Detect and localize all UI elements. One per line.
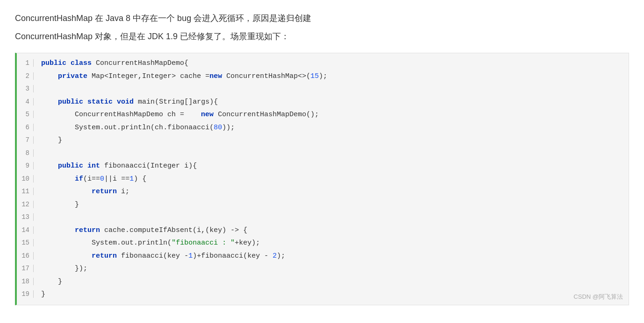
- code-line-13: 13: [17, 211, 629, 224]
- code-text: }: [41, 288, 45, 301]
- code-text: return i;: [41, 186, 129, 198]
- code-line-1: 1 public class ConcurrentHashMapDemo{: [17, 57, 629, 70]
- line-number: 12: [17, 201, 34, 208]
- line-number: 15: [17, 239, 34, 246]
- code-text: }: [41, 276, 62, 288]
- line-number: 18: [17, 278, 34, 285]
- code-line-4: 4 public static void main(String[]args){: [17, 96, 629, 109]
- code-text: public int fibonaacci(Integer i){: [41, 160, 197, 172]
- code-line-12: 12 }: [17, 198, 629, 211]
- code-text: }: [41, 199, 79, 211]
- code-text: private Map<Integer,Integer> cache =new …: [41, 70, 327, 83]
- line-number: 16: [17, 252, 34, 260]
- description-line2: ConcurrentHashMap 对象，但是在 JDK 1.9 已经修复了。场…: [15, 29, 629, 44]
- code-text: return fibonaacci(key -1)+fibonaacci(key…: [41, 250, 285, 262]
- line-number: 14: [17, 226, 34, 234]
- description-block: ConcurrentHashMap 在 Java 8 中存在一个 bug 会进入…: [15, 11, 629, 43]
- line-number: 17: [17, 265, 34, 272]
- description-line1: ConcurrentHashMap 在 Java 8 中存在一个 bug 会进入…: [15, 11, 629, 26]
- code-line-3: 3: [17, 83, 629, 96]
- code-line-7: 7 }: [17, 134, 629, 147]
- line-number: 9: [17, 162, 34, 169]
- code-line-16: 16 return fibonaacci(key -1)+fibonaacci(…: [17, 250, 629, 263]
- line-number: 3: [17, 85, 34, 92]
- line-number: 2: [17, 72, 34, 80]
- code-line-11: 11 return i;: [17, 185, 629, 198]
- line-number: 7: [17, 136, 34, 144]
- code-text: [41, 147, 45, 160]
- code-line-19: 19 }: [17, 288, 629, 301]
- code-text: return cache.computeIfAbsent(i,(key) -> …: [41, 225, 247, 237]
- code-line-6: 6 System.out.println(ch.fibonaacci(80));: [17, 121, 629, 134]
- code-text: });: [41, 263, 87, 275]
- code-text: public class ConcurrentHashMapDemo{: [41, 57, 188, 70]
- code-line-18: 18 }: [17, 275, 629, 288]
- code-line-9: 9 public int fibonaacci(Integer i){: [17, 160, 629, 173]
- code-line-15: 15 System.out.println("fibonaacci : "+ke…: [17, 237, 629, 250]
- code-line-8: 8: [17, 147, 629, 160]
- line-number: 10: [17, 175, 34, 183]
- code-block: 1 public class ConcurrentHashMapDemo{ 2 …: [15, 53, 629, 305]
- line-number: 6: [17, 124, 34, 131]
- watermark: CSDN @阿飞算法: [573, 293, 623, 301]
- line-number: 8: [17, 149, 34, 157]
- code-text: ConcurrentHashMapDemo ch = new Concurren…: [41, 109, 319, 121]
- code-text: public static void main(String[]args){: [41, 96, 218, 108]
- code-text: }: [41, 134, 62, 147]
- line-number: 5: [17, 111, 34, 118]
- code-text: [41, 83, 45, 95]
- line-number: 1: [17, 59, 34, 67]
- code-text: System.out.println(ch.fibonaacci(80));: [41, 122, 235, 134]
- code-line-10: 10 if(i==0||i ==1) {: [17, 173, 629, 186]
- code-line-5: 5 ConcurrentHashMapDemo ch = new Concurr…: [17, 108, 629, 121]
- code-text: System.out.println("fibonaacci : "+key);: [41, 237, 260, 249]
- code-line-2: 2 private Map<Integer,Integer> cache =ne…: [17, 70, 629, 83]
- code-text: if(i==0||i ==1) {: [41, 173, 146, 185]
- line-number: 11: [17, 188, 34, 195]
- code-line-17: 17 });: [17, 262, 629, 275]
- line-number: 4: [17, 98, 34, 105]
- line-number: 13: [17, 213, 34, 221]
- code-line-14: 14 return cache.computeIfAbsent(i,(key) …: [17, 224, 629, 237]
- code-text: [41, 211, 45, 224]
- line-number: 19: [17, 290, 34, 298]
